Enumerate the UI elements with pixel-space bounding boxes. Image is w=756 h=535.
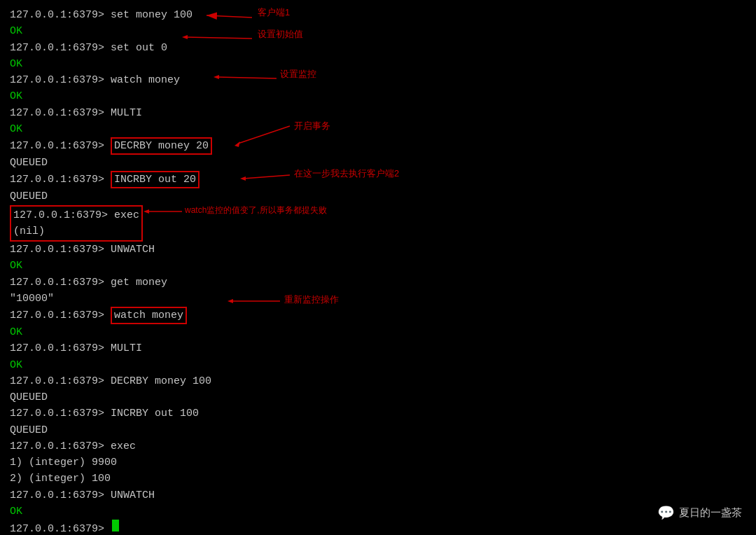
line-20: OK [10, 324, 746, 340]
line-18: "10000" [10, 291, 746, 307]
line-22: OK [10, 357, 746, 373]
line-11: 127.0.0.1:6379> INCRBY out 20 [10, 171, 746, 188]
highlight-incrby: INCRBY out 20 [111, 171, 200, 188]
line-2: OK [10, 23, 746, 39]
wechat-icon: 💬 [657, 504, 675, 521]
highlight-exec-block: 127.0.0.1:6379> exec (nil) [10, 205, 143, 242]
line-4: OK [10, 56, 746, 72]
line-19: 127.0.0.1:6379> watch money [10, 307, 746, 324]
line-6: OK [10, 88, 746, 104]
line-15: 127.0.0.1:6379> UNWATCH [10, 242, 746, 258]
line-1: 127.0.0.1:6379> set money 100 [10, 7, 746, 23]
line-28: 1) (integer) 9900 [10, 454, 746, 471]
line-8: OK [10, 121, 746, 137]
line-27: 127.0.0.1:6379> exec [10, 438, 746, 454]
line-14: (nil) [13, 223, 139, 239]
line-5: 127.0.0.1:6379> watch money [10, 72, 746, 88]
line-24: QUEUED [10, 389, 746, 405]
line-3: 127.0.0.1:6379> set out 0 [10, 40, 746, 56]
line-31: OK [10, 503, 746, 520]
line-32: 127.0.0.1:6379> [10, 520, 746, 535]
highlight-watch-money: watch money [111, 307, 187, 324]
highlight-decrby: DECRBY money 20 [111, 137, 212, 155]
line-7: 127.0.0.1:6379> MULTI [10, 105, 746, 121]
line-9: 127.0.0.1:6379> DECRBY money 20 [10, 137, 746, 155]
line-29: 2) (integer) 100 [10, 471, 746, 487]
line-17: 127.0.0.1:6379> get money [10, 275, 746, 291]
line-10: QUEUED [10, 155, 746, 171]
line-25: 127.0.0.1:6379> INCRBY out 100 [10, 405, 746, 422]
line-30: 127.0.0.1:6379> UNWATCH [10, 487, 746, 503]
terminal: 127.0.0.1:6379> set money 100 OK 127.0.0… [0, 0, 756, 535]
cursor-block [112, 520, 119, 531]
line-13: 127.0.0.1:6379> exec [13, 207, 139, 223]
prompt: 127.0.0.1:6379> [10, 7, 111, 23]
line-23: 127.0.0.1:6379> DECRBY money 100 [10, 373, 746, 389]
line-26: QUEUED [10, 422, 746, 438]
line-12: QUEUED [10, 188, 746, 204]
watermark-text: 夏日的一盏茶 [679, 506, 742, 520]
line-16: OK [10, 258, 746, 274]
line-21: 127.0.0.1:6379> MULTI [10, 340, 746, 356]
watermark: 💬 夏日的一盏茶 [657, 504, 742, 521]
